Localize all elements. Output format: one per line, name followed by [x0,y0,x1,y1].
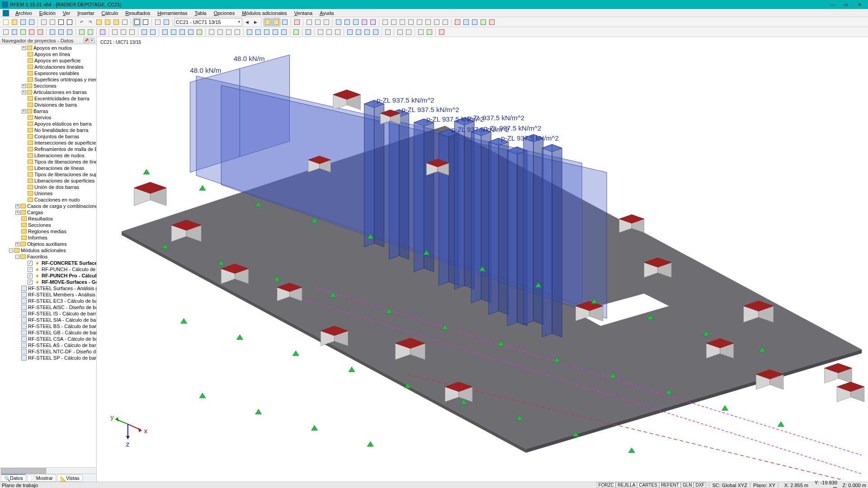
close-button[interactable]: ✕ [853,0,866,9]
zoom-extents-button[interactable] [104,18,112,26]
view-yz-button[interactable] [263,28,271,36]
tree-node[interactable]: Divisiones de barra [0,102,96,108]
zoom-window-button[interactable] [95,18,103,26]
line-button[interactable] [57,28,65,36]
print-button[interactable] [57,18,65,26]
tree-node[interactable]: Liberaciones de nudos [0,152,96,159]
tree-node[interactable]: ✓★RF-CONCRETE Surfaces - Cálculo de supe… [0,260,96,266]
results-nav-button[interactable] [281,18,289,26]
tree-node[interactable]: RF-STEEL AISC - Diseño de barras de acer… [0,304,96,310]
dim-c-button[interactable] [225,28,233,36]
status-toggle-gln[interactable]: GLN [681,482,694,488]
menu-herramientas[interactable]: Herramientas [154,10,191,16]
misc-j-button[interactable] [405,28,413,36]
render-c-button[interactable] [352,18,360,26]
tree-node[interactable]: Liberaciones de superficies [0,178,96,184]
help-d-button[interactable] [479,18,487,26]
help-a-button[interactable] [453,18,462,26]
menu-opciones[interactable]: Opciones [210,10,238,16]
misc-f-button[interactable] [363,28,371,36]
view-xz-button[interactable] [254,28,262,36]
misc-b-button[interactable] [325,28,333,36]
display-c-button[interactable] [322,18,330,26]
pan-button[interactable] [121,18,129,26]
tree-node[interactable]: Superficies ortótropas y membranas [0,76,96,83]
help-e-button[interactable] [488,18,496,26]
menu-cálculo[interactable]: Cálculo [98,10,122,16]
tree-node[interactable]: Conjuntos de barras [0,133,96,140]
hinge-a-button[interactable] [140,28,148,36]
minimize-button[interactable]: — [826,0,839,9]
zoom-previous-button[interactable] [112,18,120,26]
view-persp-button[interactable] [280,28,288,36]
tree-node[interactable]: Secciones [0,222,96,228]
tree-node[interactable]: Nervios [0,114,96,121]
help-c-button[interactable] [471,18,479,26]
copy-button[interactable] [40,18,48,26]
snap-g-button[interactable] [433,18,441,26]
load-e-button[interactable] [195,28,203,36]
tree-node[interactable]: -Favoritos [0,253,96,260]
tree-node[interactable]: RF-STEEL SIA - Cálculo de barras de acer… [0,317,96,323]
snap-c-button[interactable] [398,18,406,26]
tree-node[interactable]: Coacciones en nudo [0,197,96,203]
tab-vistas[interactable]: 📐Vistas [57,474,83,482]
snap-a-button[interactable] [381,18,389,26]
tree-node[interactable]: +Barras [0,108,96,114]
view-mode-b-button[interactable] [142,18,150,26]
open-button[interactable] [10,18,19,26]
hinge-b-button[interactable] [149,28,157,36]
render-b-button[interactable] [343,18,351,26]
tree-node[interactable]: Resultados [0,216,96,222]
model-viewport[interactable]: CC21 : UIC71 13/15 [97,37,868,482]
tree-node[interactable]: Intersecciones de superficies [0,140,96,146]
navigator-tree[interactable]: +Apoyos en nudosApoyos en líneaApoyos en… [0,44,96,467]
tree-node[interactable]: Articulaciones lineales [0,64,96,70]
snap-e-button[interactable] [415,18,424,26]
tree-node[interactable]: RF-STEEL GB - Cálculo de barras de acero [0,329,96,336]
tree-node[interactable]: RF-STEEL Members - Análisis general de b… [0,291,96,298]
render-a-button[interactable] [335,18,343,26]
menu-módulos-adicionales[interactable]: Módulos adicionales [238,10,291,16]
menu-resultados[interactable]: Resultados [122,10,154,16]
tree-node[interactable]: Tipos de liberaciones de líneas [0,159,96,165]
opening-button[interactable] [86,28,94,36]
prev-loadcase-button[interactable]: ◀ [243,18,251,26]
menu-ayuda[interactable]: Ayuda [316,10,337,16]
dim-a-button[interactable] [208,28,216,36]
tree-node[interactable]: +Casos de carga y combinaciones [0,203,96,209]
tree-node[interactable]: RF-STEEL AS - Cálculo de barras de acero [0,342,96,348]
view-xy-button[interactable] [245,28,254,36]
tree-node[interactable]: Liberaciones de líneas [0,165,96,171]
next-loadcase-button[interactable]: ▶ [251,18,259,26]
tree-node[interactable]: RF-STEEL BS - Cálculo de barras de acero [0,323,96,329]
tree-node[interactable]: RF-STEEL EC3 - Cálculo de barras de acer… [0,298,96,304]
navigator-button[interactable] [162,18,170,26]
load-b-button[interactable] [170,28,178,36]
show-results-button[interactable] [272,18,280,26]
maximize-button[interactable]: ▭ [839,0,853,9]
menu-ver[interactable]: Ver [59,10,74,16]
tree-node[interactable]: Informes [0,235,96,241]
menu-archivo[interactable]: Archivo [12,10,36,16]
tree-node[interactable]: -Módulos adicionales [0,247,96,253]
navigator-hscroll[interactable] [0,467,96,474]
redo-button[interactable]: ↷ [86,18,94,26]
menu-tabla[interactable]: Tabla [191,10,210,16]
tree-node[interactable]: +Articulaciones en barras [0,89,96,95]
status-toggle-rejilla[interactable]: REJILLA [616,482,637,488]
misc-i-button[interactable] [396,28,404,36]
tree-node[interactable]: Apoyos en línea [0,51,96,57]
sel-c-button[interactable] [19,28,27,36]
snap-b-button[interactable] [390,18,398,26]
dim-b-button[interactable] [216,28,224,36]
vis-a-button[interactable] [292,28,300,36]
render-e-button[interactable] [369,18,377,26]
support-b-button[interactable] [119,28,127,36]
misc-h-button[interactable] [384,28,392,36]
loadcase-combo[interactable]: CC21 - UIC71 13/15 ▼ [175,18,242,26]
misc-e-button[interactable] [354,28,363,36]
snap-h-button[interactable] [441,18,449,26]
tree-node[interactable]: Tipos de liberaciones de superficies [0,171,96,178]
view-mode-a-button[interactable] [133,18,141,26]
